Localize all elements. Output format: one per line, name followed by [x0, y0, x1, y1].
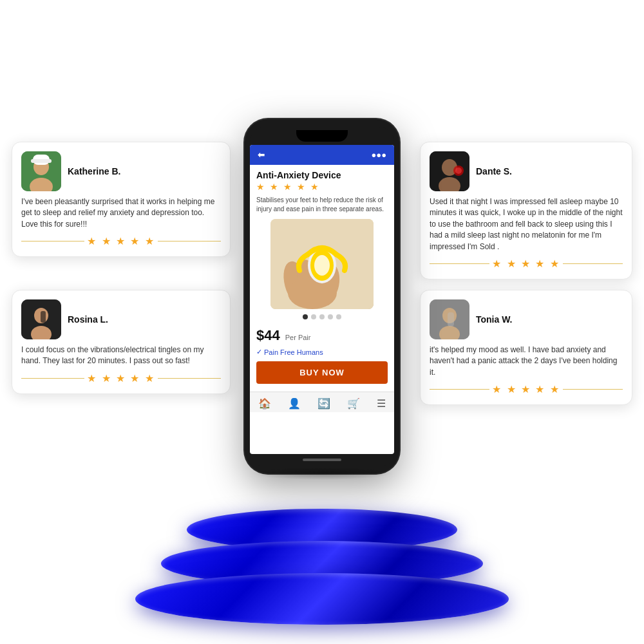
review-name-katherine: Katherine B.	[68, 166, 120, 176]
nav-user-icon[interactable]: 👤	[288, 397, 301, 410]
review-header-tonia: Tonia W.	[430, 299, 623, 339]
phone-frame: ⬅ ●●● Anti-Anxiety Device ★ ★ ★ ★ ★ Stab…	[245, 119, 399, 473]
product-image	[270, 219, 374, 309]
review-text-katherine: I've been pleasantly surprised that it w…	[21, 196, 221, 230]
app-header-brand: ●●●	[371, 150, 386, 160]
stars-line-right-tonia	[563, 389, 623, 390]
stars-line-left-rosina	[21, 378, 84, 379]
stars-line-left-katherine	[21, 241, 84, 242]
app-header-title: ⬅	[258, 150, 265, 160]
product-stars: ★ ★ ★ ★ ★	[250, 182, 394, 196]
review-stars-row-rosina: ★ ★ ★ ★ ★	[21, 372, 221, 384]
price-label: Per Pair	[285, 334, 311, 341]
review-header-rosina: Rosina L.	[21, 299, 221, 339]
stars-line-right-katherine	[158, 241, 221, 242]
review-name-dante: Dante S.	[476, 166, 512, 176]
review-name-rosina: Rosina L.	[68, 314, 108, 325]
svg-rect-17	[448, 312, 454, 327]
home-indicator	[303, 459, 341, 461]
review-card-rosina: Rosina L. I could focus on the vibration…	[12, 290, 231, 394]
review-card-tonia: Tonia W. it's helped my mood as well. I …	[420, 290, 632, 405]
avatar-katherine	[21, 151, 61, 191]
stars-line-right-rosina	[158, 378, 221, 379]
brand-name: Pain Free Humans	[264, 348, 323, 356]
price-amount: $44	[256, 327, 280, 344]
stars-line-left-dante	[430, 263, 489, 264]
nav-home-icon[interactable]: 🏠	[258, 397, 271, 410]
svg-rect-8	[41, 311, 46, 323]
phone-bottom-bar	[250, 454, 394, 466]
dot-4	[328, 314, 333, 319]
dot-5	[336, 314, 341, 319]
review-stars-rosina: ★ ★ ★ ★ ★	[87, 372, 155, 384]
review-header-dante: Dante S.	[430, 151, 623, 191]
svg-point-23	[288, 277, 337, 309]
product-svg	[270, 219, 374, 309]
stars-line-right-dante	[563, 263, 623, 264]
phone-notch	[296, 130, 348, 142]
review-stars-tonia: ★ ★ ★ ★ ★	[492, 383, 560, 395]
dot-1	[303, 314, 308, 319]
phone-shadow	[251, 467, 393, 480]
review-stars-dante: ★ ★ ★ ★ ★	[492, 258, 560, 270]
dot-3	[319, 314, 325, 319]
review-stars-katherine: ★ ★ ★ ★ ★	[87, 235, 155, 247]
nav-cart-icon[interactable]: 🛒	[347, 397, 360, 410]
dot-2	[311, 314, 316, 319]
podium-tier-bottom	[135, 573, 509, 625]
buy-now-button[interactable]: BUY NOW	[256, 361, 388, 384]
avatar-dante	[430, 151, 469, 191]
phone-container: ⬅ ●●● Anti-Anxiety Device ★ ★ ★ ★ ★ Stab…	[245, 119, 399, 473]
review-text-tonia: it's helped my mood as well. I have bad …	[430, 345, 623, 378]
app-header: ⬅ ●●●	[250, 145, 394, 165]
phone-screen: ⬅ ●●● Anti-Anxiety Device ★ ★ ★ ★ ★ Stab…	[250, 145, 394, 454]
price-row: $44 Per Pair	[250, 325, 394, 346]
brand-check: ✓	[256, 348, 262, 356]
bottom-nav: 🏠 👤 🔄 🛒 ☰	[250, 392, 394, 412]
svg-point-13	[455, 167, 462, 174]
review-stars-row-tonia: ★ ★ ★ ★ ★	[430, 383, 623, 395]
svg-rect-4	[31, 159, 52, 163]
review-name-tonia: Tonia W.	[476, 314, 513, 325]
image-dots	[250, 314, 394, 325]
review-text-rosina: I could focus on the vibrations/electric…	[21, 345, 221, 367]
avatar-tonia	[430, 299, 469, 339]
product-title: Anti-Anxiety Device	[250, 165, 394, 182]
review-header-katherine: Katherine B.	[21, 151, 221, 191]
podium-container	[135, 509, 509, 625]
review-stars-row-katherine: ★ ★ ★ ★ ★	[21, 235, 221, 247]
product-image-area	[250, 219, 394, 314]
review-text-dante: Used it that night I was impressed fell …	[430, 196, 623, 252]
brand-row: ✓ Pain Free Humans	[250, 346, 394, 361]
product-desc: Stabilises your feet to help reduce the …	[250, 196, 394, 219]
avatar-rosina	[21, 299, 61, 339]
review-card-katherine: Katherine B. I've been pleasantly surpri…	[12, 142, 231, 257]
stars-line-left-tonia	[430, 389, 489, 390]
review-stars-row-dante: ★ ★ ★ ★ ★	[430, 258, 623, 270]
nav-menu-icon[interactable]: ☰	[377, 397, 386, 410]
review-card-dante: Dante S. Used it that night I was impres…	[420, 142, 632, 279]
nav-refresh-icon[interactable]: 🔄	[317, 397, 330, 410]
phone-notch-area	[250, 127, 394, 145]
svg-point-26	[314, 255, 330, 276]
